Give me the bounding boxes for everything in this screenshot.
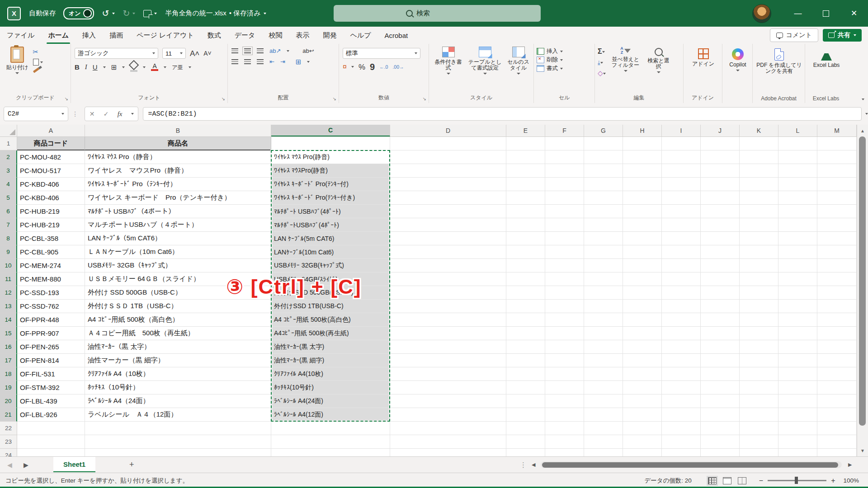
- cell-B23[interactable]: [85, 435, 271, 449]
- cell-K6[interactable]: [740, 205, 778, 218]
- cell-L6[interactable]: [778, 205, 817, 218]
- cell-F10[interactable]: [545, 259, 584, 272]
- cell-I12[interactable]: [662, 286, 701, 300]
- tab-formulas[interactable]: 数式: [201, 27, 228, 44]
- cell-I19[interactable]: [662, 381, 701, 394]
- cell-K3[interactable]: [740, 164, 778, 178]
- search-input[interactable]: 検索: [334, 5, 541, 22]
- row-header-21[interactable]: 21: [0, 408, 17, 422]
- cell-F18[interactable]: [545, 367, 584, 381]
- cell-E21[interactable]: [506, 408, 545, 422]
- cell-L9[interactable]: [778, 245, 817, 259]
- cell-B22[interactable]: [85, 422, 271, 435]
- cell-J7[interactable]: [701, 218, 740, 232]
- column-header-L[interactable]: L: [778, 125, 817, 136]
- cell-H22[interactable]: [623, 422, 662, 435]
- cell-M2[interactable]: [817, 150, 857, 164]
- cell-E10[interactable]: [506, 259, 545, 272]
- percent-style-button[interactable]: %: [359, 63, 365, 71]
- cell-H18[interactable]: [623, 367, 662, 381]
- paste-button[interactable]: 貼り付け: [6, 47, 28, 74]
- cell-G5[interactable]: [584, 191, 623, 205]
- cell-A17[interactable]: OF-PEN-814: [17, 354, 85, 367]
- cell-B14[interactable]: A4 ｺﾋﾟｰ用紙 500枚（高白色）: [85, 313, 271, 327]
- autosave-toggle[interactable]: オン: [63, 7, 94, 19]
- cell-C16[interactable]: 油性ﾏｰｶｰ(黒 太字): [271, 340, 390, 354]
- cell-M9[interactable]: [817, 245, 857, 259]
- sheet-next-icon[interactable]: ▶: [24, 457, 28, 473]
- cell-A3[interactable]: PC-MOU-517: [17, 164, 85, 178]
- cell-E7[interactable]: [506, 218, 545, 232]
- tab-draw[interactable]: 描画: [103, 27, 130, 44]
- cell-C17[interactable]: 油性ﾏｰｶｰ(黒 細字): [271, 354, 390, 367]
- cell-I24[interactable]: [662, 449, 701, 456]
- autosum-button[interactable]: Σ: [598, 47, 606, 56]
- delete-cells-button[interactable]: 削除: [537, 56, 593, 64]
- alignment-dialog-launcher-icon[interactable]: ↘: [333, 96, 336, 101]
- cell-L12[interactable]: [778, 286, 817, 300]
- cell-L2[interactable]: [778, 150, 817, 164]
- font-dialog-launcher-icon[interactable]: ↘: [222, 96, 225, 101]
- cell-C23[interactable]: [271, 435, 390, 449]
- cell-D14[interactable]: [390, 313, 506, 327]
- cell-J16[interactable]: [701, 340, 740, 354]
- row-header-2[interactable]: 2: [0, 150, 17, 164]
- cell-J15[interactable]: [701, 327, 740, 340]
- cell-B18[interactable]: ｸﾘｱﾌｧｲﾙ A4（10枚）: [85, 367, 271, 381]
- cell-H17[interactable]: [623, 354, 662, 367]
- cell-G3[interactable]: [584, 164, 623, 178]
- cell-F3[interactable]: [545, 164, 584, 178]
- cell-M1[interactable]: [817, 137, 857, 150]
- cell-A7[interactable]: PC-HUB-219: [17, 218, 85, 232]
- normal-view-icon[interactable]: [708, 477, 717, 484]
- cell-M22[interactable]: [817, 422, 857, 435]
- cell-F5[interactable]: [545, 191, 584, 205]
- scroll-up-icon[interactable]: ▲: [857, 126, 868, 136]
- cell-D23[interactable]: [390, 435, 506, 449]
- row-header-16[interactable]: 16: [0, 340, 17, 354]
- column-header-C[interactable]: C: [271, 125, 390, 136]
- cell-A21[interactable]: OF-LBL-926: [17, 408, 85, 422]
- cell-E13[interactable]: [506, 300, 545, 313]
- autosave-control[interactable]: 自動保存 オン: [29, 7, 94, 19]
- copy-button[interactable]: [33, 59, 43, 66]
- cell-E12[interactable]: [506, 286, 545, 300]
- cell-K7[interactable]: [740, 218, 778, 232]
- cell-F17[interactable]: [545, 354, 584, 367]
- cell-J3[interactable]: [701, 164, 740, 178]
- cell-K8[interactable]: [740, 232, 778, 245]
- cell-H5[interactable]: [623, 191, 662, 205]
- cell-L18[interactable]: [778, 367, 817, 381]
- zoom-in-button[interactable]: +: [831, 477, 835, 485]
- format-painter-icon[interactable]: [33, 67, 39, 73]
- cell-J18[interactable]: [701, 367, 740, 381]
- underline-button[interactable]: U: [93, 64, 98, 70]
- cell-I23[interactable]: [662, 435, 701, 449]
- cell-M13[interactable]: [817, 300, 857, 313]
- cell-H8[interactable]: [623, 232, 662, 245]
- column-header-D[interactable]: D: [390, 125, 506, 136]
- cell-E1[interactable]: [506, 137, 545, 150]
- cell-H20[interactable]: [623, 394, 662, 408]
- cell-G2[interactable]: [584, 150, 623, 164]
- cell-E11[interactable]: [506, 272, 545, 286]
- cell-J24[interactable]: [701, 449, 740, 456]
- cell-M5[interactable]: [817, 191, 857, 205]
- cell-C8[interactable]: LAN ｹｰﾌﾞﾙ(5m CAT6): [271, 232, 390, 245]
- tab-review[interactable]: 校閲: [262, 27, 289, 44]
- cell-styles-button[interactable]: セルのスタイル: [506, 47, 531, 93]
- cell-L8[interactable]: [778, 232, 817, 245]
- cell-M16[interactable]: [817, 340, 857, 354]
- cell-I3[interactable]: [662, 164, 701, 178]
- cell-G8[interactable]: [584, 232, 623, 245]
- cell-D1[interactable]: [390, 137, 506, 150]
- cell-L15[interactable]: [778, 327, 817, 340]
- cell-J21[interactable]: [701, 408, 740, 422]
- cell-A2[interactable]: PC-MOU-482: [17, 150, 85, 164]
- cell-B7[interactable]: マルチポートUSBハブ（４ポート）: [85, 218, 271, 232]
- cell-K22[interactable]: [740, 422, 778, 435]
- column-header-J[interactable]: J: [701, 125, 740, 136]
- cell-A5[interactable]: PC-KBD-406: [17, 191, 85, 205]
- cell-A6[interactable]: PC-HUB-219: [17, 205, 85, 218]
- cell-M19[interactable]: [817, 381, 857, 394]
